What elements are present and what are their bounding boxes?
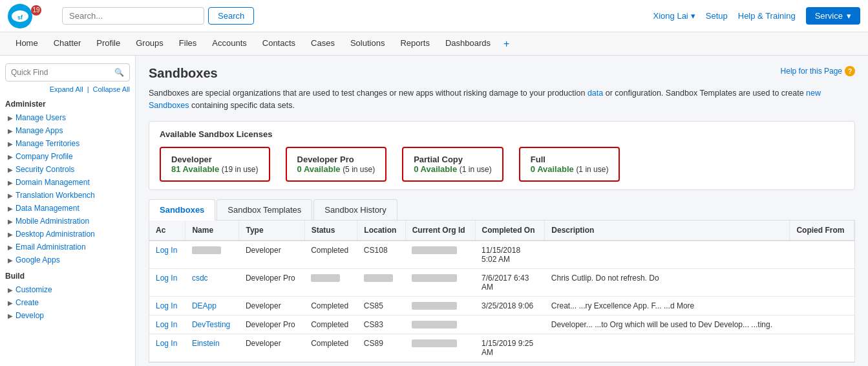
new-sandboxes-link[interactable]: new Sandboxes bbox=[149, 89, 821, 110]
nav-profile[interactable]: Profile bbox=[89, 33, 128, 54]
sidebar: 🔍 Expand All | Collapse All Administer ▶… bbox=[0, 56, 136, 366]
nav-groups[interactable]: Groups bbox=[128, 33, 171, 54]
service-button[interactable]: Service ▾ bbox=[806, 7, 860, 25]
license-partial-copy-in-use: (1 in use) bbox=[460, 165, 492, 174]
sidebar-search-box[interactable]: 🔍 bbox=[5, 63, 130, 81]
search-button[interactable]: Search bbox=[208, 7, 254, 25]
license-card-full: Full 0 Available (1 in use) bbox=[519, 147, 620, 182]
login-link[interactable]: Log In bbox=[156, 339, 177, 348]
blurred-loc bbox=[364, 274, 393, 282]
blurred-org bbox=[412, 246, 457, 254]
separator: | bbox=[87, 85, 89, 93]
sidebar-item-mobile-administration[interactable]: ▶Mobile Administration bbox=[0, 215, 135, 228]
table-row: Log In Einstein Developer Completed CS89… bbox=[149, 334, 854, 361]
login-link[interactable]: Log In bbox=[156, 246, 177, 255]
sidebar-search-input[interactable] bbox=[11, 68, 114, 77]
search-bar: Search bbox=[62, 7, 321, 25]
tab-sandbox-templates[interactable]: Sandbox Templates bbox=[217, 199, 312, 220]
sandbox-name-link[interactable]: DevTesting bbox=[192, 320, 230, 329]
sidebar-item-customize[interactable]: ▶Customize bbox=[0, 283, 135, 296]
blurred-org bbox=[412, 302, 457, 310]
user-menu[interactable]: Xiong Lai ▾ bbox=[653, 11, 695, 21]
license-partial-copy-available: 0 Available bbox=[414, 164, 457, 174]
row-copied-from bbox=[790, 268, 854, 296]
row-location: CS108 bbox=[357, 241, 405, 269]
help-link[interactable]: Help for this Page ? bbox=[781, 66, 855, 76]
row-name: Einstein bbox=[185, 334, 239, 361]
tabs-row: Sandboxes Sandbox Templates Sandbox Hist… bbox=[149, 199, 855, 221]
sandbox-name-link[interactable]: Einstein bbox=[192, 339, 220, 348]
col-name: Name bbox=[185, 221, 239, 241]
license-card-partial-copy: Partial Copy 0 Available (1 in use) bbox=[402, 147, 503, 182]
nav-reports[interactable]: Reports bbox=[392, 33, 438, 54]
tab-sandboxes[interactable]: Sandboxes bbox=[149, 199, 215, 221]
sandbox-name-link[interactable]: DEApp bbox=[192, 301, 217, 310]
row-org-id bbox=[405, 334, 475, 361]
page-header: Sandboxes Help for this Page ? bbox=[149, 66, 855, 81]
search-icon: 🔍 bbox=[114, 68, 124, 77]
sidebar-item-create[interactable]: ▶Create bbox=[0, 296, 135, 309]
administer-section-title: Administer bbox=[0, 94, 135, 111]
row-location: CS85 bbox=[357, 296, 405, 315]
help-training-link[interactable]: Help & Training bbox=[738, 11, 796, 21]
login-link[interactable]: Log In bbox=[156, 274, 177, 283]
row-completed: 11/15/20185:02 AM bbox=[475, 241, 545, 269]
sidebar-item-manage-users[interactable]: ▶Manage Users bbox=[0, 111, 135, 124]
row-action: Log In bbox=[149, 334, 185, 361]
license-cards: Developer 81 Available (19 in use) Devel… bbox=[160, 147, 844, 182]
sandbox-table-wrapper: Ac Name Type Status Location Current Org… bbox=[149, 221, 855, 363]
login-link[interactable]: Log In bbox=[156, 301, 177, 310]
row-location: CS89 bbox=[357, 334, 405, 361]
setup-link[interactable]: Setup bbox=[706, 11, 728, 21]
row-name: DEApp bbox=[185, 296, 239, 315]
sidebar-item-manage-territories[interactable]: ▶Manage Territories bbox=[0, 137, 135, 150]
sidebar-item-domain-management[interactable]: ▶Domain Management bbox=[0, 176, 135, 189]
nav-contacts[interactable]: Contacts bbox=[255, 33, 303, 54]
license-developer-in-use: (19 in use) bbox=[222, 165, 259, 174]
nav-more-button[interactable]: + bbox=[498, 33, 514, 55]
blurred-org bbox=[412, 274, 457, 282]
main-layout: 🔍 Expand All | Collapse All Administer ▶… bbox=[0, 56, 868, 366]
sidebar-item-security-controls[interactable]: ▶Security Controls bbox=[0, 163, 135, 176]
sidebar-item-translation-workbench[interactable]: ▶Translation Workbench bbox=[0, 189, 135, 202]
collapse-all-link[interactable]: Collapse All bbox=[93, 85, 130, 93]
data-link[interactable]: data bbox=[587, 89, 603, 98]
expand-all-link[interactable]: Expand All bbox=[50, 85, 83, 93]
sandbox-table: Ac Name Type Status Location Current Org… bbox=[149, 221, 854, 362]
sidebar-item-email-administration[interactable]: ▶Email Administration bbox=[0, 241, 135, 253]
nav-accounts[interactable]: Accounts bbox=[204, 33, 254, 54]
nav-files[interactable]: Files bbox=[171, 33, 204, 54]
sidebar-item-develop[interactable]: ▶Develop bbox=[0, 309, 135, 322]
sidebar-item-data-management[interactable]: ▶Data Management bbox=[0, 202, 135, 215]
login-link[interactable]: Log In bbox=[156, 320, 177, 329]
row-status: Completed bbox=[304, 334, 357, 361]
salesforce-logo: sf 19 bbox=[8, 4, 41, 28]
col-type: Type bbox=[239, 221, 304, 241]
col-description: Description bbox=[545, 221, 790, 241]
col-location: Location bbox=[357, 221, 405, 241]
logo-icon: sf bbox=[8, 4, 32, 28]
row-type: Developer bbox=[239, 296, 304, 315]
row-status bbox=[304, 268, 357, 296]
col-action: Ac bbox=[149, 221, 185, 241]
col-org-id: Current Org Id bbox=[405, 221, 475, 241]
row-status: Completed bbox=[304, 241, 357, 269]
nav-dashboards[interactable]: Dashboards bbox=[438, 33, 498, 54]
sidebar-expand-collapse: Expand All | Collapse All bbox=[0, 84, 135, 94]
sidebar-item-desktop-administration[interactable]: ▶Desktop Administration bbox=[0, 228, 135, 241]
nav-cases[interactable]: Cases bbox=[303, 33, 343, 54]
row-type: Developer Pro bbox=[239, 315, 304, 334]
nav-home[interactable]: Home bbox=[8, 33, 46, 54]
nav-chatter[interactable]: Chatter bbox=[46, 33, 89, 54]
sidebar-item-google-apps[interactable]: ▶Google Apps bbox=[0, 253, 135, 266]
row-description bbox=[545, 334, 790, 361]
sidebar-item-company-profile[interactable]: ▶Company Profile bbox=[0, 150, 135, 163]
row-description bbox=[545, 241, 790, 269]
sandbox-name-link[interactable]: csdc bbox=[192, 274, 208, 283]
sidebar-item-manage-apps[interactable]: ▶Manage Apps bbox=[0, 124, 135, 137]
page-title: Sandboxes bbox=[149, 66, 218, 81]
top-header: sf 19 Search Xiong Lai ▾ Setup Help & Tr… bbox=[0, 0, 868, 32]
tab-sandbox-history[interactable]: Sandbox History bbox=[313, 199, 397, 220]
search-input[interactable] bbox=[62, 7, 204, 25]
nav-solutions[interactable]: Solutions bbox=[343, 33, 392, 54]
